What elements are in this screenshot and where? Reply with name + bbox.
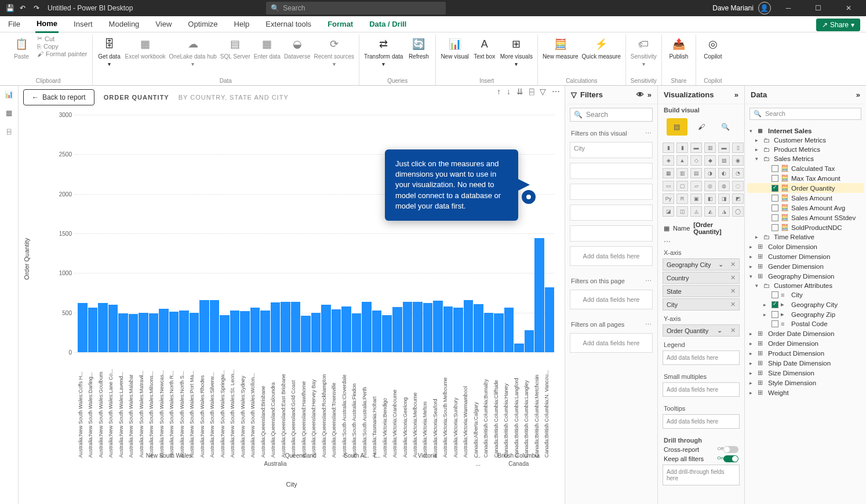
tree-sales-amount[interactable]: 🧮Sales Amount — [747, 193, 864, 203]
transform-data-button[interactable]: ⇄Transform data▾ — [364, 35, 403, 67]
filter-card-city[interactable]: City — [570, 142, 653, 158]
field-pill-x-3[interactable]: City✕ — [663, 298, 740, 311]
bar[interactable] — [514, 344, 524, 352]
refresh-button[interactable]: 🔄Refresh — [406, 35, 431, 60]
remove-icon[interactable]: ✕ — [730, 327, 736, 334]
visual-type-5[interactable]: ▯ — [732, 143, 744, 153]
expand-down-icon[interactable]: ⇊ — [516, 87, 523, 96]
tree-sales-amount-sstdev[interactable]: 🧮Sales Amount SStdev — [747, 213, 864, 222]
tree-sales-metrics[interactable]: ▾🗀Sales Metrics — [747, 154, 864, 163]
tooltips-add[interactable]: Add data fields here — [663, 414, 740, 429]
tree-soldproductndc[interactable]: 🧮SoldProductNDC — [747, 222, 864, 232]
bar[interactable] — [484, 313, 494, 352]
new-measure-button[interactable]: 🧮New measure — [543, 35, 578, 60]
bar[interactable] — [291, 302, 301, 352]
build-tab-icon[interactable]: ▤ — [667, 118, 687, 136]
visual-type-24[interactable]: Py — [663, 193, 674, 204]
bar[interactable] — [230, 311, 240, 352]
checkbox[interactable] — [772, 185, 778, 192]
more-icon[interactable]: ⋯ — [645, 130, 652, 137]
more-icon[interactable]: ⋯ — [645, 277, 652, 285]
filter-add-all[interactable]: Add data fields here — [570, 333, 653, 353]
visual-type-4[interactable]: ▬ — [718, 143, 730, 153]
chevron-down-icon[interactable]: ⌄ — [717, 327, 722, 334]
visual-type-2[interactable]: ▬ — [690, 143, 702, 153]
bar[interactable] — [494, 313, 504, 352]
bar[interactable] — [250, 308, 260, 352]
visual-type-20[interactable]: ▱ — [690, 181, 702, 191]
visual-type-25[interactable]: R — [676, 193, 688, 204]
enter-data-button[interactable]: ▦Enter data — [254, 35, 281, 60]
bar[interactable] — [443, 306, 453, 352]
tab-optimize[interactable]: Optimize — [187, 16, 219, 32]
tree-max-tax-amount[interactable]: 🧮Max Tax Amount — [747, 173, 864, 183]
visual-type-35[interactable]: ◯ — [732, 206, 744, 217]
tree-calculated-tax[interactable]: 🧮Calculated Tax — [747, 163, 864, 173]
bar[interactable] — [139, 313, 148, 352]
maximize-button[interactable]: ☐ — [806, 0, 831, 16]
bar[interactable] — [88, 308, 98, 352]
bar[interactable] — [179, 311, 189, 352]
bar[interactable] — [260, 311, 270, 352]
cross-report-toggle[interactable] — [723, 446, 738, 453]
bar[interactable] — [199, 300, 209, 352]
quick-measure-button[interactable]: ⚡Quick measure — [582, 35, 621, 60]
bar[interactable] — [78, 303, 88, 352]
visual-type-14[interactable]: ▤ — [690, 168, 702, 178]
visual-type-12[interactable]: ▦ — [663, 168, 674, 178]
checkbox[interactable] — [772, 195, 778, 202]
field-pill-x-2[interactable]: State✕ — [663, 285, 740, 297]
paste-button[interactable]: 📋Paste — [9, 35, 34, 60]
bar[interactable] — [453, 308, 463, 352]
tab-external-tools[interactable]: External tools — [264, 16, 312, 32]
data-search[interactable]: 🔍Search — [749, 108, 861, 120]
tree-color-dimension[interactable]: ▸⊞Color Dimension — [747, 242, 864, 251]
cut-button[interactable]: ✂Cut — [37, 35, 54, 42]
bar[interactable] — [159, 309, 169, 352]
bar[interactable] — [301, 316, 311, 352]
tab-format[interactable]: Format — [326, 16, 354, 32]
filter-card[interactable] — [570, 225, 653, 242]
bar[interactable] — [534, 238, 544, 352]
bar[interactable] — [352, 313, 362, 352]
tree-internet-sales[interactable]: ▾◼Internet Sales — [747, 126, 864, 136]
tab-help[interactable]: Help — [233, 16, 251, 32]
tree-customer-attributes[interactable]: ▾🗀Customer Attributes — [747, 281, 864, 290]
checkbox[interactable] — [772, 175, 778, 182]
filter-search[interactable]: 🔍Search — [570, 108, 653, 122]
global-search[interactable]: 🔍 Search — [266, 2, 446, 14]
bar[interactable] — [129, 314, 139, 352]
bar[interactable] — [464, 300, 474, 352]
visual-type-19[interactable]: ▢ — [676, 181, 688, 191]
drill-group-icon[interactable]: ⌸ — [529, 87, 534, 96]
chevron-down-icon[interactable]: ⌄ — [718, 261, 723, 268]
remove-icon[interactable]: ✕ — [730, 261, 736, 268]
field-pill-x-1[interactable]: Country✕ — [663, 272, 740, 284]
tree-product-metrics[interactable]: ▸🗀Product Metrics — [747, 145, 864, 154]
tree-weight[interactable]: ▸⊞Weight — [747, 388, 864, 397]
filter-add-page[interactable]: Add data fields here — [570, 290, 653, 309]
user-name[interactable]: Dave Mariani — [712, 4, 754, 12]
tree-customer-metrics[interactable]: ▸🗀Customer Metrics — [747, 136, 864, 145]
bar[interactable] — [433, 301, 443, 352]
visual-type-13[interactable]: ▥ — [676, 168, 688, 178]
visual-type-1[interactable]: ▮ — [676, 143, 688, 153]
copilot-button[interactable]: ◎Copilot — [701, 35, 725, 60]
visual-type-26[interactable]: ▣ — [690, 193, 702, 204]
tree-postal-code[interactable]: ≡Postal Code — [747, 319, 864, 328]
dataverse-button[interactable]: ◒Dataverse — [284, 35, 311, 60]
more-options-icon[interactable]: ⋯ — [552, 87, 560, 96]
bar[interactable] — [321, 305, 331, 352]
checkbox[interactable] — [772, 204, 778, 211]
bar[interactable] — [504, 308, 514, 352]
filter-add-visual[interactable]: Add data fields here — [570, 246, 653, 266]
tree-city[interactable]: ≡City — [747, 290, 864, 300]
checkbox[interactable] — [772, 165, 778, 172]
visual-type-18[interactable]: ▭ — [663, 181, 674, 191]
bar[interactable] — [98, 303, 108, 352]
excel-button[interactable]: ▦Excel workbook — [125, 35, 166, 60]
tab-modeling[interactable]: Modeling — [108, 16, 141, 32]
tree-order-date-dimension[interactable]: ▸⊞Order Date Dimension — [747, 328, 864, 338]
collapse-icon[interactable]: » — [734, 90, 738, 99]
visual-type-33[interactable]: ◭ — [704, 206, 716, 217]
